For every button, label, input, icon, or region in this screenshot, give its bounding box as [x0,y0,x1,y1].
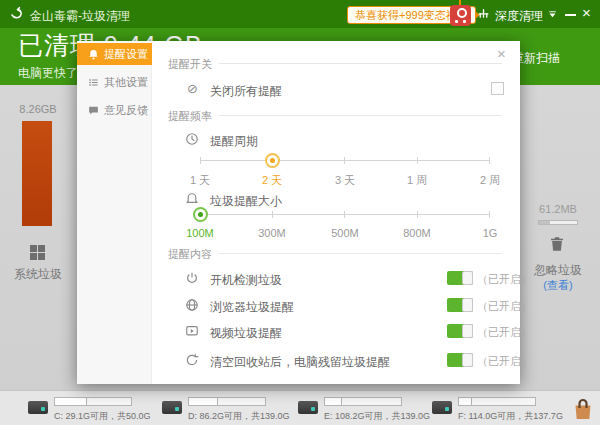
toggle-knob [462,353,473,367]
cycle-option[interactable]: 2 周 [460,173,520,188]
divider [219,253,502,254]
toggle-boot-check[interactable] [447,271,473,285]
titlebar: 金山毒霸-垃圾清理 恭喜获得+999变态神器 深度清理 × [0,0,600,28]
prohibit-icon: ⊘ [187,82,198,96]
dialog-sidebar: 提醒设置 其他设置 意见反馈 [77,41,152,384]
cleaned-subtitle: 电脑更快了 [18,65,78,82]
slider-handle[interactable] [265,153,280,168]
drive-e[interactable]: E: 108.2G可用，共139.0G [298,391,432,425]
cycle-option[interactable]: 1 天 [170,173,230,188]
size-option[interactable]: 800M [387,227,447,239]
toggle-state: （已开启） [477,299,532,314]
size-option[interactable]: 300M [242,227,302,239]
drive-f[interactable]: F: 114.0G可用，共137.7G [432,391,566,425]
drive-c[interactable]: C: 29.1G可用，共50.0G [28,391,162,425]
drive-icon [298,401,318,414]
drive-d[interactable]: D: 86.2G可用，共139.0G [162,391,296,425]
section-reminder-frequency: 提醒频率 [168,109,212,124]
minimize-button[interactable] [565,14,576,16]
ignored-trash-bar [538,220,578,225]
monster-mascot-icon[interactable] [450,5,471,26]
section-reminder-content: 提醒内容 [168,247,212,262]
toggle-label: 清空回收站后，电脑残留垃圾提醒 [210,354,390,371]
reminder-cycle-label: 提醒周期 [210,133,258,150]
toggle-recycle-residual[interactable] [447,353,473,367]
size-option[interactable]: 500M [315,227,375,239]
drive-icon [162,401,182,414]
drive-label: F: 114.0G可用，共137.7G [458,410,563,423]
divider [219,63,502,64]
close-all-reminders-checkbox[interactable] [491,82,504,95]
close-all-reminders-label: 关闭所有提醒 [210,83,282,100]
drive-icon [28,401,48,414]
cycle-option[interactable]: 3 天 [315,173,375,188]
system-trash-size: 8.26GB [0,103,76,115]
toggle-state: （已开启） [477,325,532,340]
settings-dialog: 提醒设置 其他设置 意见反馈 × 提醒开关 ⊘ 关闭所有提醒 提醒频率 [77,41,520,384]
dialog-close-button[interactable]: × [497,46,506,62]
video-icon [185,324,199,338]
chevron-down-icon[interactable] [547,9,558,20]
power-icon [185,271,199,285]
close-window-button[interactable]: × [582,4,591,22]
trash-size-slider[interactable] [200,206,490,224]
sidebar-item-label: 意见反馈 [104,103,148,118]
windows-icon [30,245,45,260]
feedback-bubble-icon [88,105,99,116]
sidebar-item-feedback[interactable]: 意见反馈 [77,99,152,121]
cycle-option-selected[interactable]: 2 天 [242,173,302,188]
toggle-label: 视频垃圾提醒 [210,325,282,342]
drive-usage-bar [54,397,132,406]
reminder-cycle-slider[interactable] [200,152,490,170]
drive-usage-bar [458,397,536,406]
sidebar-item-label: 提醒设置 [104,47,148,62]
bell-outline-icon [185,192,199,206]
app-window: 金山毒霸-垃圾清理 恭喜获得+999变态神器 深度清理 × 已清理 9.44 G… [0,0,600,425]
drive-label: C: 29.1G可用，共50.0G [54,410,151,423]
drive-usage-bar [188,397,266,406]
sidebar-item-reminder-settings[interactable]: 提醒设置 [77,43,152,65]
drive-icon [432,401,452,414]
trash-icon [548,235,566,253]
toggle-knob [462,271,473,285]
app-logo-icon [9,6,25,22]
slider-track [200,214,490,215]
toggle-knob [462,298,473,312]
list-icon [88,77,99,88]
toggle-label: 开机检测垃圾 [210,272,282,289]
status-bar: C: 29.1G可用，共50.0G D: 86.2G可用，共139.0G E: … [0,390,600,425]
deep-clean-button[interactable]: 深度清理 [495,8,543,25]
toggle-state: （已开启） [477,272,532,287]
divider [219,115,502,116]
bell-icon [88,49,99,60]
cycle-option[interactable]: 1 周 [387,173,447,188]
drive-label: E: 108.2G可用，共139.0G [324,410,430,423]
browser-globe-icon [185,298,199,312]
system-trash-bar [22,121,52,226]
slider-handle[interactable] [193,207,208,222]
toggle-browser-trash[interactable] [447,298,473,312]
toggle-video-trash[interactable] [447,324,473,338]
ignored-trash-size: 61.2MB [520,203,596,215]
section-reminder-switch: 提醒开关 [168,57,212,72]
slider-track [200,160,490,161]
drive-label: D: 86.2G可用，共139.0G [188,410,290,423]
deep-clean-icon [477,8,490,21]
sidebar-item-other-settings[interactable]: 其他设置 [77,71,152,93]
drive-usage-bar [324,397,402,406]
toggle-label: 浏览器垃圾提醒 [210,299,294,316]
recycle-refresh-icon [185,353,199,367]
size-option-selected[interactable]: 100M [170,227,230,239]
toggle-knob [462,324,473,338]
system-trash-label: 系统垃圾 [0,266,76,283]
clock-icon [185,132,199,146]
toggle-state: （已开启） [477,354,532,369]
size-option[interactable]: 1G [460,227,520,239]
window-title: 金山毒霸-垃圾清理 [30,8,130,25]
sidebar-item-label: 其他设置 [104,75,148,90]
shopping-bag-icon[interactable] [571,396,595,422]
